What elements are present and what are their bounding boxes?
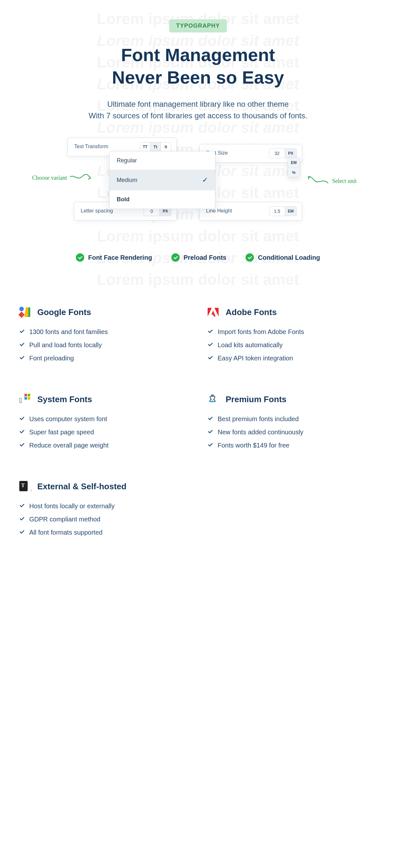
feature-preload-fonts: Preload Fonts xyxy=(171,253,226,262)
source-title: Premium Fonts xyxy=(226,395,286,404)
source-feature-item: Uses computer system font xyxy=(19,412,188,426)
adobe-fonts-icon xyxy=(208,307,219,318)
external-fonts-icon: ↑ xyxy=(19,481,30,492)
source-feature-item: Host fonts locally or externally xyxy=(19,500,188,513)
text-transform-lowercase[interactable]: tt xyxy=(161,143,171,151)
source-feature-item: Reduce overall page weight xyxy=(19,439,188,452)
line-height-unit-button[interactable]: EM xyxy=(285,207,296,216)
unit-dropdown[interactable]: EM % xyxy=(288,157,300,178)
font-source-adobe: Adobe FontsImport fonts from Adobe Fonts… xyxy=(208,307,377,365)
variant-option-medium[interactable]: Medium ✓ xyxy=(110,170,215,190)
font-source-external: ↑External & Self-hostedHost fonts locall… xyxy=(19,481,188,539)
source-feature-item: Import fonts from Adobe Fonts xyxy=(208,326,377,339)
check-circle-icon xyxy=(171,253,180,262)
unit-option-em[interactable]: EM xyxy=(288,158,300,167)
check-icon xyxy=(19,516,25,523)
source-title: External & Self-hosted xyxy=(37,482,126,492)
source-feature-item: 1300 fonts and font families xyxy=(19,326,188,339)
text-transform-segmented[interactable]: TT Tt tt xyxy=(140,142,171,152)
font-source-premium: Premium FontsBest premium fonts included… xyxy=(208,394,377,452)
check-icon xyxy=(208,328,213,336)
check-icon xyxy=(19,415,25,423)
check-icon: ✓ xyxy=(202,176,208,184)
text-transform-uppercase[interactable]: TT xyxy=(140,143,150,151)
source-title: Google Fonts xyxy=(37,307,91,317)
check-icon xyxy=(19,341,25,349)
google-fonts-icon xyxy=(19,307,30,318)
unit-option-percent[interactable]: % xyxy=(288,167,300,177)
check-icon xyxy=(208,442,213,449)
arrow-left-icon xyxy=(307,176,330,186)
check-circle-icon xyxy=(76,253,84,262)
check-icon xyxy=(19,442,25,449)
check-icon xyxy=(19,529,25,536)
variant-option-bold[interactable]: Bold✓ xyxy=(110,190,215,209)
check-circle-icon xyxy=(246,253,254,262)
source-feature-item: New fonts added continuously xyxy=(208,426,377,439)
source-title: System Fonts xyxy=(37,395,92,404)
feature-conditional-loading: Conditional Loading xyxy=(246,253,320,262)
source-feature-item: Best premium fonts included xyxy=(208,412,377,426)
source-title: Adobe Fonts xyxy=(226,307,277,317)
source-feature-item: Font preloading xyxy=(19,352,188,365)
check-icon xyxy=(208,415,213,423)
font-source-system: System FontsUses computer system fontSu… xyxy=(19,394,188,452)
check-icon xyxy=(19,328,25,336)
font-size-input[interactable]: 32 xyxy=(269,149,285,158)
check-icon xyxy=(19,354,25,362)
check-icon xyxy=(208,429,213,436)
source-feature-item: Fonts worth $149 for free xyxy=(208,439,377,452)
text-transform-capitalize[interactable]: Tt xyxy=(150,143,161,151)
line-height-input[interactable]: 1.5 xyxy=(269,207,285,216)
annotation-choose-variant: Choose variant xyxy=(32,173,92,183)
font-variant-dropdown[interactable]: Regular✓ Medium ✓ Bold✓ xyxy=(109,151,215,209)
check-icon xyxy=(19,429,25,436)
source-feature-item: Super fast page speed xyxy=(19,426,188,439)
category-badge: TYPOGRAPHY xyxy=(169,19,227,32)
font-source-google: Google Fonts1300 fonts and font families… xyxy=(19,307,188,365)
source-feature-item: Load kits automatically xyxy=(208,339,377,352)
text-transform-label: Text Transform xyxy=(68,138,115,155)
system-fonts-icon:  xyxy=(19,394,30,405)
check-icon xyxy=(19,502,25,510)
variant-option-regular[interactable]: Regular✓ xyxy=(110,151,215,170)
page-subtitle: Ultimate font management library like no… xyxy=(19,98,377,122)
source-feature-item: Pull and load fonts locally xyxy=(19,339,188,352)
check-icon xyxy=(208,341,213,349)
source-feature-item: All font formats supported xyxy=(19,526,188,539)
source-feature-item: GDPR compliant method xyxy=(19,513,188,526)
page-title: Font Management Never Been so Easy xyxy=(19,44,377,89)
annotation-select-unit: Select unit xyxy=(307,176,357,186)
source-feature-item: Easy API token integration xyxy=(208,352,377,365)
premium-fonts-icon xyxy=(208,394,219,405)
check-icon xyxy=(208,354,213,362)
feature-font-face-rendering: Font Face Rendering xyxy=(76,253,152,262)
font-size-unit-button[interactable]: PX xyxy=(285,149,296,158)
arrow-right-icon xyxy=(69,173,92,183)
